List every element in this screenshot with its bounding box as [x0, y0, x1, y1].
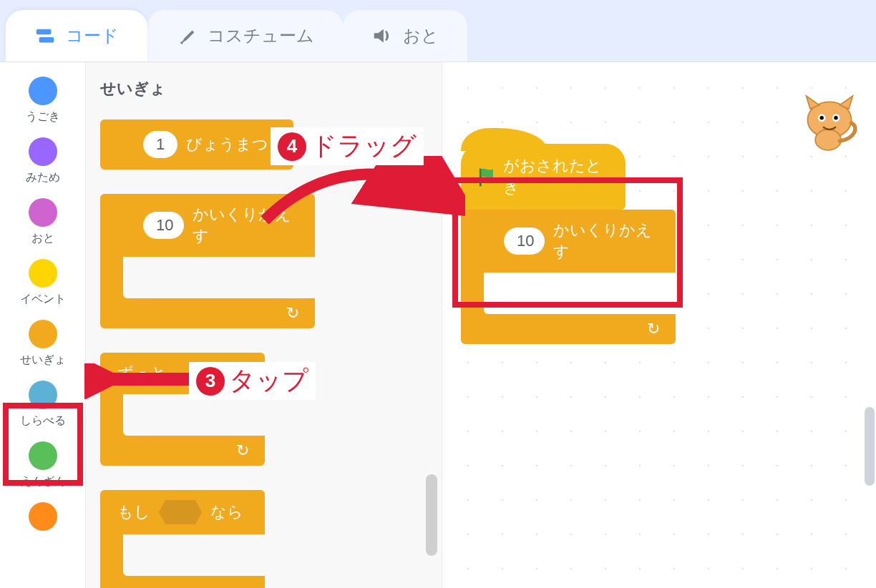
annotation-step3-text: タップ — [229, 363, 308, 398]
category-looks[interactable]: みため — [0, 130, 85, 191]
if-label-pre: もし — [117, 501, 150, 523]
sprite-watermark — [797, 91, 862, 155]
svg-point-5 — [820, 116, 824, 119]
annotation-step4-number: 4 — [278, 132, 306, 161]
annotation-step4: 4 ドラッグ — [271, 127, 424, 165]
category-sound-color — [29, 198, 57, 227]
tab-code[interactable]: コード — [6, 10, 147, 62]
tab-code-label: コード — [66, 24, 119, 47]
svg-rect-8 — [480, 169, 482, 187]
canvas-scrollbar[interactable] — [865, 407, 875, 486]
tab-sounds-label: おと — [403, 24, 439, 47]
category-events-color — [29, 259, 57, 288]
svg-rect-1 — [39, 37, 54, 43]
category-sound[interactable]: おと — [0, 191, 85, 252]
category-variables[interactable] — [0, 495, 85, 531]
boolean-slot[interactable] — [159, 500, 202, 524]
annotation-step3-number: 3 — [196, 367, 225, 396]
repeat-label-canvas: かいくりかえす — [553, 220, 654, 263]
svg-point-3 — [815, 129, 841, 150]
tab-costumes[interactable]: コスチューム — [147, 10, 343, 62]
forever-label: ずっと — [117, 363, 167, 384]
category-control-label: せいぎょ — [20, 353, 66, 368]
category-sensing[interactable]: しらべる — [0, 373, 85, 434]
category-sensing-color — [29, 381, 57, 409]
category-motion[interactable]: うごき — [0, 69, 85, 130]
category-sensing-label: しらべる — [20, 413, 66, 428]
script-canvas[interactable]: がおされたとき 10 かいくりかえす ↻ — [442, 62, 876, 588]
block-repeat-n[interactable]: 10 かいくりかえす ↻ — [100, 194, 315, 328]
category-operators-label: えんざん — [20, 474, 66, 489]
category-events[interactable]: イベント — [0, 252, 85, 313]
block-when-flag-clicked[interactable]: がおされたとき — [461, 144, 626, 210]
category-looks-label: みため — [26, 170, 60, 185]
category-control-color — [29, 320, 57, 348]
annotation-step4-text: ドラッグ — [311, 129, 417, 164]
loop-arrow-icon: ↻ — [647, 320, 660, 338]
loop-arrow-icon: ↻ — [236, 441, 249, 460]
svg-rect-0 — [36, 29, 52, 35]
category-motion-color — [29, 77, 57, 105]
category-looks-color — [29, 137, 57, 166]
repeat-value-canvas[interactable]: 10 — [504, 227, 545, 255]
svg-point-7 — [834, 116, 837, 119]
brush-icon — [176, 25, 198, 46]
wait-value[interactable]: 1 — [143, 131, 177, 158]
code-icon — [34, 25, 56, 46]
hat-label: がおされたとき — [503, 155, 604, 198]
block-wait-seconds[interactable]: 1 びょうまつ — [100, 119, 293, 170]
category-operators[interactable]: えんざん — [0, 434, 85, 495]
canvas-script[interactable]: がおされたとき 10 かいくりかえす ↻ — [461, 144, 676, 344]
block-categories: うごき みため おと イベント せいぎょ しらべる えんざん — [0, 62, 86, 588]
green-flag-icon — [478, 166, 495, 187]
category-sound-label: おと — [31, 231, 54, 246]
editor-tabs: コード コスチューム おと — [0, 0, 876, 62]
annotation-step3: 3 タップ — [189, 362, 316, 400]
block-if-then[interactable]: もし なら — [100, 490, 265, 588]
sound-icon — [371, 25, 393, 46]
category-operators-color — [29, 441, 57, 470]
workspace: うごき みため おと イベント せいぎょ しらべる えんざん — [0, 62, 876, 588]
category-variables-color — [29, 502, 57, 531]
if-label-post: なら — [210, 501, 243, 523]
category-events-label: イベント — [20, 292, 66, 307]
block-repeat-n-canvas[interactable]: 10 かいくりかえす ↻ — [461, 210, 676, 344]
palette-title: せいぎょ — [100, 78, 442, 99]
loop-arrow-icon: ↻ — [286, 304, 299, 323]
tab-sounds[interactable]: おと — [343, 10, 467, 62]
wait-label: びょうまつ — [186, 134, 268, 155]
tab-costumes-label: コスチューム — [208, 24, 314, 47]
category-control[interactable]: せいぎょ — [0, 313, 85, 373]
repeat-label: かいくりかえす — [193, 204, 293, 247]
palette-scrollbar[interactable] — [426, 474, 437, 556]
repeat-value[interactable]: 10 — [143, 212, 184, 239]
category-motion-label: うごき — [26, 109, 60, 124]
